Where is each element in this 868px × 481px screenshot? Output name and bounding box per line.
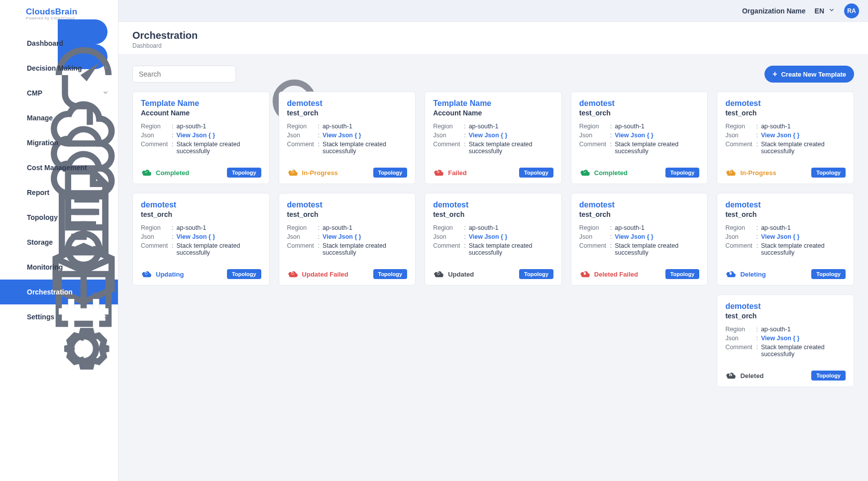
status-deletedfailed: Deleted Failed <box>579 270 638 278</box>
brand-icon <box>8 7 22 21</box>
create-template-button[interactable]: + Create New Template <box>764 66 854 83</box>
template-card[interactable]: demotest test_orch Region:ap-south-1 Jso… <box>571 92 708 184</box>
label-region: Region <box>579 224 607 231</box>
template-grid: Template Name Account Name Region:ap-sou… <box>132 92 854 387</box>
settings-icon <box>9 311 20 322</box>
topology-button[interactable]: Topology <box>227 269 261 279</box>
sidebar-item-label: Topology <box>27 213 58 221</box>
template-title[interactable]: demotest <box>725 302 846 311</box>
language-label: EN <box>815 7 824 15</box>
avatar[interactable]: RA <box>844 3 859 18</box>
report-icon <box>9 187 20 198</box>
sidebar-item-label: Decision Making <box>27 64 82 72</box>
template-card[interactable]: demotest test_orch Region:ap-south-1 Jso… <box>425 193 562 286</box>
view-json-link[interactable]: View Json { } <box>176 233 215 240</box>
topology-button[interactable]: Topology <box>665 168 700 178</box>
comment-value: Stack template created successfully <box>761 141 831 155</box>
topology-button[interactable]: Topology <box>227 168 261 178</box>
topology-button[interactable]: Topology <box>811 269 846 279</box>
topology-button[interactable]: Topology <box>519 269 553 279</box>
sidebar-item-label: Cost Management <box>27 164 87 172</box>
comment-value: Stack template created successfully <box>761 344 831 358</box>
label-region: Region <box>433 123 461 130</box>
template-account: test_orch <box>579 210 700 218</box>
topology-button[interactable]: Topology <box>519 168 553 178</box>
region-value: ap-south-1 <box>761 224 791 231</box>
template-card[interactable]: demotest test_orch Region:ap-south-1 Jso… <box>279 193 416 286</box>
status-icon <box>725 169 736 177</box>
cost-icon <box>9 162 20 173</box>
chevron-right-icon <box>102 64 109 73</box>
template-title[interactable]: demotest <box>579 200 700 209</box>
brand-tagline: Powered by Click2Cloud <box>26 16 77 20</box>
sidebar-item-label: CMP <box>27 89 42 97</box>
template-card[interactable]: demotest test_orch Region:ap-south-1 Jso… <box>571 193 708 286</box>
template-card[interactable]: Template Name Account Name Region:ap-sou… <box>425 92 562 184</box>
view-json-link[interactable]: View Json { } <box>176 132 215 139</box>
label-json: Json <box>433 132 461 139</box>
template-title[interactable]: demotest <box>141 200 261 209</box>
view-json-link[interactable]: View Json { } <box>469 132 508 139</box>
label-json: Json <box>433 233 461 240</box>
label-region: Region <box>725 326 753 333</box>
decision-icon <box>9 63 20 74</box>
status-icon <box>725 372 736 380</box>
template-title[interactable]: demotest <box>725 200 846 209</box>
template-account: Account Name <box>141 109 261 117</box>
view-json-link[interactable]: View Json { } <box>761 335 800 342</box>
region-value: ap-south-1 <box>761 326 791 333</box>
brand-logo[interactable]: CloudsBrain Powered by Click2Cloud <box>0 0 118 28</box>
template-title[interactable]: demotest <box>579 99 700 108</box>
topology-button[interactable]: Topology <box>373 168 408 178</box>
label-comment: Comment <box>725 242 753 256</box>
template-title[interactable]: demotest <box>287 200 408 209</box>
sidebar-item-label: Migration <box>27 139 58 147</box>
breadcrumb: Dashboard <box>132 42 854 49</box>
topology-button[interactable]: Topology <box>373 269 408 279</box>
template-title[interactable]: demotest <box>725 99 846 108</box>
label-region: Region <box>579 123 607 130</box>
template-card[interactable]: demotest test_orch Region:ap-south-1 Jso… <box>717 92 854 184</box>
topology-button[interactable]: Topology <box>665 269 700 279</box>
template-card[interactable]: demotest test_orch Region:ap-south-1 Jso… <box>279 92 416 184</box>
view-json-link[interactable]: View Json { } <box>323 132 361 139</box>
sidebar-item-label: Monitoring <box>27 263 63 271</box>
sidebar-item-label: Manage <box>27 114 53 122</box>
comment-value: Stack template created successfully <box>176 242 246 256</box>
comment-value: Stack template created successfully <box>615 242 684 256</box>
topology-button[interactable]: Topology <box>811 371 846 381</box>
view-json-link[interactable]: View Json { } <box>615 132 653 139</box>
topology-button[interactable]: Topology <box>811 168 846 178</box>
status-inprogress: In-Progress <box>287 169 338 177</box>
template-card[interactable]: demotest test_orch Region:ap-south-1 Jso… <box>717 294 854 387</box>
status-icon <box>725 270 736 278</box>
template-title[interactable]: Template Name <box>433 99 553 108</box>
template-title[interactable]: demotest <box>287 99 408 108</box>
brand-name: CloudsBrain <box>26 7 77 16</box>
status-icon <box>579 169 590 177</box>
template-title[interactable]: demotest <box>433 200 553 209</box>
organization-name[interactable]: Organization Name <box>742 7 806 15</box>
view-json-link[interactable]: View Json { } <box>761 233 800 240</box>
comment-value: Stack template created successfully <box>761 242 831 256</box>
orchestration-icon <box>9 287 20 297</box>
template-title[interactable]: Template Name <box>141 99 261 108</box>
status-updated: Updated <box>433 270 474 278</box>
chevron-down-icon <box>102 89 109 97</box>
label-comment: Comment <box>287 141 315 155</box>
view-json-link[interactable]: View Json { } <box>615 233 653 240</box>
sidebar-item-dashboard[interactable]: Dashboard <box>0 31 118 56</box>
template-account: test_orch <box>725 109 846 117</box>
view-json-link[interactable]: View Json { } <box>323 233 361 240</box>
main: Organization Name EN RA Orchestration Da… <box>118 0 868 481</box>
label-comment: Comment <box>725 344 753 358</box>
page-header: Orchestration Dashboard <box>118 22 868 55</box>
view-json-link[interactable]: View Json { } <box>469 233 508 240</box>
status-icon <box>287 169 298 177</box>
status-updatedfailed: Updated Failed <box>287 270 348 278</box>
template-card[interactable]: demotest test_orch Region:ap-south-1 Jso… <box>717 193 854 286</box>
view-json-link[interactable]: View Json { } <box>761 132 800 139</box>
language-selector[interactable]: EN <box>815 6 835 15</box>
region-value: ap-south-1 <box>176 123 206 130</box>
region-value: ap-south-1 <box>469 224 499 231</box>
